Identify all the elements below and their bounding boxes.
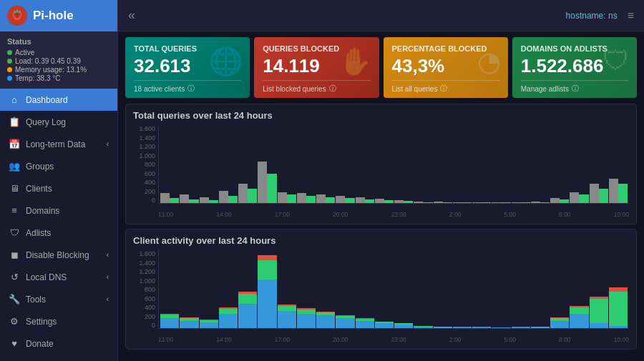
bar-blocked bbox=[384, 200, 394, 203]
bar-group bbox=[590, 125, 608, 203]
bar-blocked bbox=[540, 202, 550, 203]
bar-total bbox=[414, 202, 423, 203]
bar-blocked bbox=[618, 184, 628, 203]
bar-group-client bbox=[570, 250, 588, 328]
bar-group bbox=[609, 125, 628, 203]
bar-client bbox=[316, 315, 335, 328]
bar-group bbox=[200, 125, 218, 203]
nav-item-disable-blocking[interactable]: ◼ Disable Blocking ‹ bbox=[0, 244, 117, 266]
bar-total bbox=[550, 198, 560, 203]
svg-point-5 bbox=[16, 10, 19, 12]
shield-icon: 🛡 bbox=[602, 46, 630, 76]
nav-label-longterm: Long-term Data bbox=[26, 139, 85, 149]
bar-total bbox=[375, 199, 384, 203]
bar-group bbox=[316, 125, 335, 203]
querylog-icon: 📋 bbox=[9, 117, 20, 127]
stat-footer-text-percentage: List all queries bbox=[392, 85, 438, 93]
status-active-label: Active bbox=[15, 49, 34, 56]
status-load-label: Load: 0.39 0.45 0.39 bbox=[15, 57, 81, 65]
main-content: « hostname: ns ≡ Total queries 32.613 18… bbox=[118, 0, 644, 361]
bar-client bbox=[609, 326, 628, 328]
bar-group bbox=[550, 125, 569, 203]
bar-blocked bbox=[209, 200, 218, 203]
dashboard-icon: ⌂ bbox=[9, 94, 20, 105]
bar-client bbox=[160, 318, 179, 328]
nav-item-querylog[interactable]: 📋 Query Log bbox=[0, 111, 117, 133]
bar-blocked bbox=[462, 202, 472, 203]
bar-group-client bbox=[375, 250, 394, 328]
bar-client bbox=[258, 255, 276, 260]
bar-group bbox=[512, 125, 530, 203]
nav-item-domains[interactable]: ≡ Domains bbox=[0, 199, 117, 222]
nav-item-adlists[interactable]: 🛡 Adlists bbox=[0, 222, 117, 244]
bar-client bbox=[278, 306, 296, 311]
bar-client bbox=[238, 304, 257, 328]
y-axis-total: 1.600 1.400 1.200 1.000 800 600 400 200 … bbox=[133, 125, 158, 204]
sidebar-toggle-button[interactable]: « bbox=[128, 8, 135, 23]
nav-item-tools[interactable]: 🔧 Tools ‹ bbox=[0, 288, 117, 310]
bar-total bbox=[570, 192, 579, 203]
bar-group-client bbox=[219, 250, 238, 328]
bar-group bbox=[453, 125, 472, 203]
x-axis-clients: 11:0014:0017:0020:0023:002:005:008:0010:… bbox=[158, 336, 629, 343]
bar-group bbox=[472, 125, 491, 203]
bar-total bbox=[531, 202, 540, 203]
bar-blocked bbox=[306, 196, 316, 203]
stat-footer-percentage[interactable]: List all queries ⓘ bbox=[392, 80, 499, 94]
bar-group-client bbox=[414, 250, 432, 328]
bar-client bbox=[609, 292, 628, 326]
adlists-icon: 🛡 bbox=[9, 227, 20, 238]
stat-footer-text-blocked: List blocked queries bbox=[263, 85, 326, 93]
donate-icon: ♥ bbox=[9, 338, 20, 349]
stat-card-percentage: Percentage Blocked 43,3% List all querie… bbox=[384, 37, 508, 98]
status-load: Load: 0.39 0.45 0.39 bbox=[7, 57, 110, 65]
nav-item-groups[interactable]: 👥 Groups bbox=[0, 155, 117, 177]
nav-item-donate[interactable]: ♥ Donate bbox=[0, 332, 117, 355]
topbar-menu-button[interactable]: ≡ bbox=[628, 9, 634, 22]
bar-blocked bbox=[482, 202, 491, 203]
nav-label-groups: Groups bbox=[26, 162, 54, 172]
bar-client bbox=[453, 327, 472, 328]
globe-icon: 🌐 bbox=[209, 46, 243, 77]
stat-footer-adlists[interactable]: Manage adlists ⓘ bbox=[521, 80, 628, 94]
bar-group bbox=[394, 125, 413, 203]
nav-item-settings[interactable]: ⚙ Settings bbox=[0, 310, 117, 332]
chart-title-total-queries: Total queries over last 24 hours bbox=[133, 110, 629, 121]
stat-footer-total-queries[interactable]: 18 active clients ⓘ bbox=[134, 80, 241, 94]
bar-group-client bbox=[609, 250, 628, 328]
stat-footer-queries-blocked[interactable]: List blocked queries ⓘ bbox=[263, 80, 370, 94]
bar-blocked bbox=[501, 202, 510, 203]
bar-client bbox=[200, 322, 218, 328]
bar-blocked bbox=[170, 198, 179, 203]
bar-blocked bbox=[189, 199, 198, 203]
bar-blocked bbox=[404, 201, 413, 203]
bar-blocked bbox=[599, 189, 608, 203]
nav-item-clients[interactable]: 🖥 Clients bbox=[0, 177, 117, 199]
nav-item-localdns[interactable]: ↺ Local DNS ‹ bbox=[0, 266, 117, 288]
bar-group-client bbox=[200, 250, 218, 328]
bar-total bbox=[238, 184, 248, 203]
bar-client bbox=[414, 327, 432, 328]
bar-client bbox=[219, 309, 238, 314]
bar-group-client bbox=[316, 250, 335, 328]
bar-group bbox=[492, 125, 510, 203]
bar-client bbox=[258, 260, 276, 280]
bar-client bbox=[219, 314, 238, 328]
bar-client bbox=[258, 280, 276, 328]
topbar: « hostname: ns ≡ bbox=[118, 0, 644, 31]
nav-item-dashboard[interactable]: ⌂ Dashboard bbox=[0, 89, 117, 111]
chart-total-queries: Total queries over last 24 hours 1.600 1… bbox=[125, 104, 637, 224]
bar-client bbox=[356, 321, 374, 328]
bar-group-client bbox=[336, 250, 354, 328]
bar-group bbox=[570, 125, 588, 203]
bar-client bbox=[512, 327, 530, 328]
longterm-icon: 📅 bbox=[9, 139, 20, 149]
bar-client bbox=[590, 299, 608, 323]
bar-total bbox=[590, 184, 599, 203]
bar-total bbox=[356, 197, 365, 203]
bar-client bbox=[531, 327, 550, 328]
nav-item-longterm[interactable]: 📅 Long-term Data ‹ bbox=[0, 133, 117, 155]
nav-label-dashboard: Dashboard bbox=[26, 95, 68, 105]
groups-icon: 👥 bbox=[9, 161, 20, 172]
bar-client bbox=[394, 325, 413, 328]
